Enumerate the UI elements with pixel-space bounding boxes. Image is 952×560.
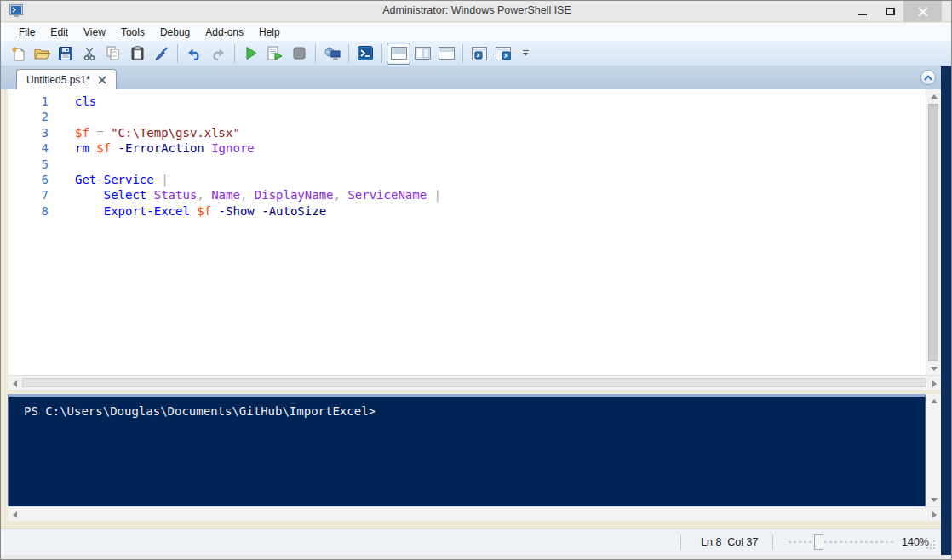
line-number: 4	[8, 140, 49, 156]
tab-label: Untitled5.ps1*	[26, 74, 90, 86]
ps-window-icon	[472, 47, 487, 60]
run-selection-icon	[267, 46, 283, 60]
resize-grip[interactable]	[926, 540, 936, 549]
show-script-pane-maximized-button[interactable]	[434, 43, 458, 65]
menu-add-ons[interactable]: Add-ons	[198, 25, 251, 40]
menu-tools[interactable]: Tools	[113, 25, 152, 40]
start-powershell-button[interactable]	[353, 43, 377, 65]
code-lines: 1cls23$f = "C:\Temp\gsv.xlsx"4rm $f -Err…	[8, 89, 926, 219]
open-icon	[34, 47, 50, 60]
scroll-right-arrow-icon[interactable]	[927, 507, 941, 522]
run-script-button[interactable]	[239, 43, 263, 65]
stop-icon	[293, 47, 306, 60]
script-editor-pane[interactable]: 1cls23$f = "C:\Temp\gsv.xlsx"4rm $f -Err…	[8, 89, 926, 375]
redo-button[interactable]	[206, 43, 230, 65]
editor-vscroll-thumb[interactable]	[928, 104, 938, 361]
scroll-down-arrow-icon[interactable]	[926, 493, 942, 506]
menu-edit[interactable]: Edit	[43, 25, 76, 40]
console-vertical-scrollbar[interactable]	[926, 394, 941, 506]
clear-console-icon	[154, 46, 169, 60]
show-script-pane-top-button[interactable]	[387, 43, 410, 65]
tab-untitled5[interactable]: Untitled5.ps1*	[16, 69, 117, 89]
line-number: 5	[8, 157, 49, 172]
new-script-button[interactable]	[6, 43, 30, 65]
chevron-up-icon	[924, 75, 932, 81]
toolbar-overflow-button[interactable]	[519, 43, 532, 65]
powershell-ise-window: Administrator: Windows PowerShell ISE Fi…	[0, 0, 952, 560]
toolbar-separator	[234, 44, 235, 63]
toolbar-separator	[462, 44, 463, 63]
line-number: 1	[8, 94, 49, 109]
zoom-slider-track[interactable]	[789, 541, 896, 543]
line-number: 3	[8, 125, 49, 140]
code-line: 4rm $f -ErrorAction Ignore	[8, 140, 926, 156]
new-script-icon	[11, 46, 26, 61]
powershell-icon	[358, 46, 373, 60]
scroll-up-arrow-icon[interactable]	[926, 89, 942, 103]
zoom-slider-thumb[interactable]	[814, 534, 823, 550]
new-powershell-tab-button[interactable]	[467, 43, 491, 65]
editor-horizontal-scrollbar[interactable]	[8, 375, 941, 390]
toolbar	[1, 41, 952, 66]
minimize-button[interactable]	[849, 1, 876, 22]
code-text: $f = "C:\Temp\gsv.xlsx"	[75, 125, 240, 140]
maximize-button[interactable]	[876, 1, 903, 22]
stop-operation-button[interactable]	[287, 43, 311, 65]
code-line: 3$f = "C:\Temp\gsv.xlsx"	[8, 125, 926, 140]
collapse-script-pane-button[interactable]	[920, 70, 936, 85]
paste-icon	[131, 46, 144, 60]
close-button[interactable]	[903, 1, 942, 22]
scroll-up-arrow-icon[interactable]	[926, 394, 942, 408]
open-script-button[interactable]	[30, 43, 54, 65]
run-selection-button[interactable]	[263, 43, 287, 65]
tab-strip: Untitled5.ps1*	[1, 66, 941, 89]
title-bar: Administrator: Windows PowerShell ISE	[1, 1, 952, 22]
copy-button[interactable]	[101, 43, 125, 65]
editor-vertical-scrollbar[interactable]	[926, 89, 941, 375]
remote-tab-icon	[324, 46, 341, 60]
menu-debug[interactable]: Debug	[152, 25, 198, 40]
line-number: 7	[8, 187, 49, 203]
show-script-pane-right-button[interactable]	[410, 43, 434, 65]
zoom-level: 140%	[902, 536, 929, 548]
ps-window-alt-icon	[496, 47, 511, 60]
cut-button[interactable]	[77, 43, 101, 65]
paste-button[interactable]	[125, 43, 149, 65]
desktop-background-strip	[941, 66, 952, 555]
scroll-right-arrow-icon[interactable]	[927, 376, 941, 391]
scroll-down-arrow-icon[interactable]	[926, 362, 942, 375]
layout-script-max-icon	[439, 47, 455, 60]
console-pane[interactable]: PS C:\Users\Douglas\Documents\GitHub\Imp…	[8, 394, 926, 506]
cut-icon	[83, 46, 96, 61]
layout-script-top-icon	[391, 47, 407, 60]
status-bar: Ln 8 Col 37 140%	[1, 529, 941, 555]
code-line: 7 Select Status, Name, DisplayName, Serv…	[8, 187, 926, 203]
code-text: Select Status, Name, DisplayName, Servic…	[75, 187, 441, 203]
new-remote-powershell-tab-button[interactable]	[320, 43, 344, 65]
copy-icon	[106, 46, 120, 60]
code-line: 8 Export-Excel $f -Show -AutoSize	[8, 203, 926, 219]
layout-script-right-icon	[415, 47, 431, 60]
scroll-left-arrow-icon[interactable]	[8, 376, 21, 391]
menu-view[interactable]: View	[76, 25, 113, 40]
maximize-icon	[886, 8, 895, 15]
cursor-position: Ln 8 Col 37	[701, 536, 758, 548]
close-icon	[918, 7, 928, 17]
close-powershell-tab-button[interactable]	[491, 43, 515, 65]
toolbar-separator	[315, 44, 316, 63]
menu-file[interactable]: File	[11, 25, 43, 40]
close-tab-icon[interactable]	[98, 76, 106, 84]
scroll-left-arrow-icon[interactable]	[8, 507, 21, 522]
clear-console-pane-button[interactable]	[149, 43, 173, 65]
code-line: 2	[8, 109, 926, 124]
code-line: 6Get-Service |	[8, 172, 926, 187]
run-script-icon	[245, 46, 258, 60]
console-prompt: PS C:\Users\Douglas\Documents\GitHub\Imp…	[9, 397, 925, 418]
code-line: 1cls	[8, 94, 926, 109]
save-button[interactable]	[54, 43, 77, 65]
menu-help[interactable]: Help	[251, 25, 288, 40]
undo-button[interactable]	[182, 43, 206, 65]
minimize-icon	[858, 14, 867, 15]
console-horizontal-scrollbar[interactable]	[8, 506, 941, 521]
editor-hscroll-thumb[interactable]	[22, 378, 926, 387]
